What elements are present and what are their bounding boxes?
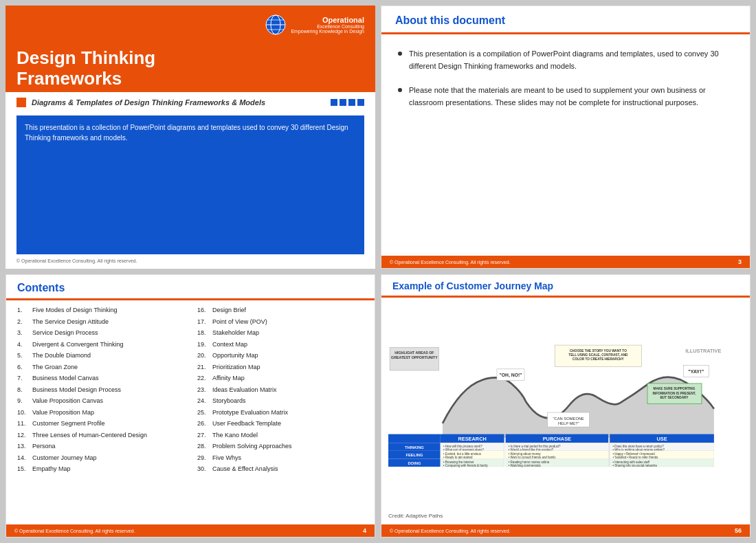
blue-square-icon <box>331 99 337 106</box>
blue-square3-icon <box>348 99 355 106</box>
slide4-footer-text: © Operational Excellence Consulting. All… <box>390 529 511 533</box>
bullet-dot-2 <box>398 88 402 92</box>
slide-contents: Contents 1.Five Modes of Design Thinking… <box>5 274 375 538</box>
slide1-blue-box: This presentation is a collection of Pow… <box>16 115 364 254</box>
slide3-page-num: 4 <box>363 527 366 534</box>
item-label: Point of View (POV) <box>212 318 267 327</box>
item-label: Divergent & Convergent Thinking <box>32 340 123 350</box>
svg-text:COLOR TO CREATE HIERARCHY: COLOR TO CREATE HIERARCHY <box>572 357 624 361</box>
item-label: User Feedback Template <box>212 419 281 429</box>
list-item: 30.Cause & Effect Analysis <box>197 465 364 474</box>
item-num: 21. <box>197 363 210 373</box>
list-item: 3.Service Design Process <box>17 329 184 338</box>
svg-text:HIGHLIGHT AREAS OF: HIGHLIGHT AREAS OF <box>394 351 434 355</box>
item-num: 27. <box>197 431 210 441</box>
item-num: 29. <box>197 454 210 463</box>
slide3-footer-text: © Operational Excellence Consulting. All… <box>14 529 135 533</box>
slide1-header: Operational Excellence Consulting Empowe… <box>5 5 375 41</box>
svg-text:PURCHASE: PURCHASE <box>543 436 571 442</box>
svg-text:• How will this process work?: • How will this process work? <box>443 445 482 448</box>
item-label: Value Proposition Map <box>32 408 94 418</box>
slide1-copyright: © Operational Excellence Consulting. All… <box>16 258 364 263</box>
list-item: 10.Value Proposition Map <box>17 408 184 418</box>
slide-design-thinking: Operational Excellence Consulting Empowe… <box>5 5 375 269</box>
slide-about: About this document This presentation is… <box>381 5 751 269</box>
item-label: Business Model Design Process <box>32 386 121 395</box>
slide1-body: Diagrams & Templates of Design Thinking … <box>5 92 375 269</box>
contents-col-left: 1.Five Modes of Design Thinking2.The Ser… <box>17 306 184 519</box>
slide4-header: Example of Customer Journey Map <box>381 275 750 298</box>
svg-text:• Worrying about money: • Worrying about money <box>509 452 542 456</box>
svg-text:• Does this store have a retur: • Does this store have a return policy? <box>612 445 664 448</box>
item-num: 20. <box>197 351 210 361</box>
svg-text:• Is there a trial period for : • Is there a trial period for this produ… <box>509 445 561 448</box>
globe-icon <box>265 14 287 36</box>
svg-text:USE: USE <box>656 436 667 442</box>
svg-text:INFORMATION IS PRESENT,: INFORMATION IS PRESENT, <box>652 392 696 395</box>
item-label: Cause & Effect Analysis <box>212 465 278 474</box>
item-label: Customer Journey Map <box>32 454 97 463</box>
item-label: Context Map <box>212 340 247 350</box>
list-item: 23.Ideas Evaluation Matrix <box>197 386 364 395</box>
item-num: 12. <box>17 431 30 441</box>
item-label: Customer Segment Profile <box>32 419 105 429</box>
bullet-text-1: This presentation is a compilation of Po… <box>409 48 733 72</box>
item-label: Persona <box>32 442 56 452</box>
item-num: 23. <box>197 386 210 395</box>
item-num: 16. <box>197 306 210 315</box>
item-num: 25. <box>197 408 210 418</box>
contents-col-right: 16.Design Brief17.Point of View (POV)18.… <box>197 306 364 519</box>
svg-text:RESEARCH: RESEARCH <box>458 436 486 442</box>
list-item: 7.Business Model Canvas <box>17 374 184 384</box>
svg-text:• Reading horror stories onlin: • Reading horror stories online <box>509 461 550 464</box>
slide4-body: ILLUSTRATIVE HIGHLIGHT AREAS OF GREATEST… <box>381 298 750 524</box>
list-item: 19.Context Map <box>197 340 364 350</box>
svg-text:• Excited, but a little anxiou: • Excited, but a little anxious <box>443 452 482 456</box>
list-item: 26.User Feedback Template <box>197 419 364 429</box>
item-num: 18. <box>197 329 210 338</box>
list-item: 13.Persona <box>17 442 184 452</box>
item-num: 7. <box>17 374 30 384</box>
item-label: Three Lenses of Human-Centered Design <box>32 431 147 441</box>
slide4-footer: © Operational Excellence Consulting. All… <box>381 524 750 537</box>
item-num: 26. <box>197 419 210 429</box>
slide2-body: This presentation is a compilation of Po… <box>381 34 750 256</box>
list-item: 4.Divergent & Convergent Thinking <box>17 340 184 350</box>
item-label: The Groan Zone <box>32 363 78 373</box>
list-item: 9.Value Proposition Canvas <box>17 397 184 406</box>
list-item: 18.Stakeholder Map <box>197 329 364 338</box>
slide2-footer: © Operational Excellence Consulting. All… <box>381 256 750 268</box>
slide1-title: Design Thinking Frameworks <box>16 48 364 89</box>
slide3-body: 1.Five Modes of Design Thinking2.The Ser… <box>6 300 375 524</box>
list-item: 1.Five Modes of Design Thinking <box>17 306 184 315</box>
svg-text:"CAN SOMEONE: "CAN SOMEONE <box>553 417 585 421</box>
svg-text:BUT SECONDARY: BUT SECONDARY <box>660 396 689 399</box>
item-label: The Kano Model <box>212 431 258 441</box>
logo-text: Operational Excellence Consulting Empowe… <box>291 16 364 34</box>
item-label: Service Design Process <box>32 329 98 338</box>
item-num: 5. <box>17 351 30 361</box>
slide2-header: About this document <box>381 6 750 34</box>
bullet-dot-1 <box>398 52 402 56</box>
item-num: 8. <box>17 386 30 395</box>
list-item: 25.Prototype Evaluation Matrix <box>197 408 364 418</box>
svg-text:MAKE SURE SUPPORTING: MAKE SURE SUPPORTING <box>654 387 696 390</box>
item-label: Design Brief <box>212 306 246 315</box>
item-num: 9. <box>17 397 30 406</box>
list-item: 15.Empathy Map <box>17 465 184 474</box>
list-item: 17.Point of View (POV) <box>197 318 364 327</box>
item-label: The Service Design Attitude <box>32 318 109 327</box>
slide1-blue-box-text: This presentation is a collection of Pow… <box>25 122 356 143</box>
svg-text:"OH, NO!": "OH, NO!" <box>499 373 522 378</box>
item-label: Five Whys <box>212 454 241 463</box>
svg-text:THINKING: THINKING <box>405 445 424 450</box>
list-item: 21.Prioritization Map <box>197 363 364 373</box>
item-num: 14. <box>17 454 30 463</box>
list-item: 27.The Kano Model <box>197 431 364 441</box>
item-num: 17. <box>197 318 210 327</box>
subtitle-row: Diagrams & Templates of Design Thinking … <box>16 98 364 107</box>
slide3-footer: © Operational Excellence Consulting. All… <box>6 524 375 537</box>
item-label: Stakeholder Map <box>212 329 259 338</box>
list-item: 5.The Double Diamond <box>17 351 184 361</box>
list-item: 22.Affinity Map <box>197 374 364 384</box>
